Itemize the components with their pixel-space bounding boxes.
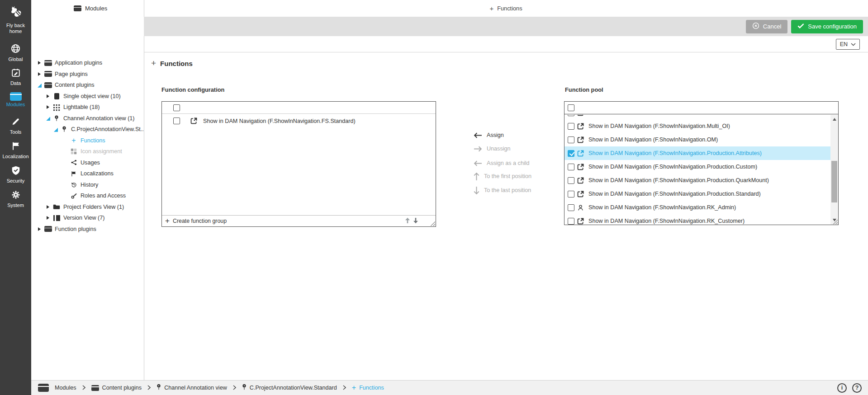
pool-list: Show in DAM Navigation (F.ShowInNavigati… — [564, 115, 830, 225]
tree-item-history[interactable]: History — [31, 179, 144, 191]
sidebar-item-fly-back-home[interactable]: Fly back home — [0, 0, 31, 42]
tree-item-label: Project Folders View (1) — [63, 204, 124, 210]
tree-item-function-plugins[interactable]: Function plugins — [31, 224, 144, 235]
to-last-position-button[interactable]: To the last position — [474, 186, 531, 195]
pool-list-item[interactable]: Show in DAM Navigation (F.ShowInNavigati… — [564, 201, 830, 214]
sidebar-item-label: Global — [9, 56, 23, 62]
app-window: Fly back home Global Data Modules Tools — [0, 0, 868, 395]
tree-item-label: Localizations — [81, 170, 114, 177]
scrollbar[interactable] — [830, 115, 838, 225]
toolbar-divider — [31, 52, 868, 52]
breadcrumb-item-channel-annotation-view[interactable]: Channel Annotation view — [157, 384, 227, 392]
breadcrumb-item-project-annotation-view[interactable]: C.ProjectAnnotationView.Standard — [242, 384, 337, 392]
tree-item-label: Function plugins — [55, 226, 96, 232]
chevron-right-icon[interactable] — [37, 61, 42, 66]
chevron-right-icon[interactable] — [46, 105, 51, 110]
check-icon — [797, 23, 804, 30]
scrollbar-thumb[interactable] — [831, 161, 837, 202]
chevron-right-icon[interactable] — [46, 216, 51, 221]
pool-list-item[interactable]: Show in DAM Navigation (F.ShowInNavigati… — [564, 119, 830, 133]
export-icon — [577, 150, 584, 157]
tree-item-application-plugins[interactable]: Application plugins — [31, 57, 144, 69]
tree-item-version-view[interactable]: Version View (7) — [31, 212, 144, 224]
tree-item-lighttable[interactable]: Lighttable (18) — [31, 102, 144, 113]
sidebar-item-label: Security — [7, 178, 25, 184]
breadcrumb-item-content-plugins[interactable]: Content plugins — [91, 385, 142, 391]
sidebar-item-modules[interactable]: Modules — [0, 90, 31, 115]
arrow-down-icon — [474, 186, 479, 195]
row-checkbox[interactable] — [568, 136, 574, 143]
help-icon[interactable]: ? — [852, 383, 862, 393]
chevron-expanded-icon[interactable] — [53, 127, 58, 132]
pool-list-item[interactable]: Show in DAM Navigation (F.ShowInNavigati… — [564, 133, 830, 146]
tree-item-content-plugins[interactable]: Content plugins — [31, 80, 144, 91]
sidebar-item-global[interactable]: Global — [0, 42, 31, 66]
tree-item-page-plugins[interactable]: Page plugins — [31, 69, 144, 80]
row-checkbox[interactable] — [568, 204, 574, 211]
tree-item-channel-annotation-view[interactable]: Channel Annotation view (1) — [31, 113, 144, 124]
sidebar-item-security[interactable]: Security — [0, 164, 31, 188]
tree-item-icon-assignment[interactable]: Icon assignment — [31, 146, 144, 157]
sidebar-item-data[interactable]: Data — [0, 66, 31, 90]
assign-as-child-button[interactable]: Assign as a child — [474, 159, 530, 168]
tree-item-roles-and-access[interactable]: Roles and Access — [31, 190, 144, 202]
plus-icon: + — [489, 5, 493, 12]
pool-list-item[interactable]: Show in DAM Navigation (F.ShowInNavigati… — [564, 214, 830, 225]
assign-button[interactable]: Assign — [474, 131, 504, 140]
save-configuration-button[interactable]: Save configuration — [791, 20, 863, 33]
tree-item-single-object-view[interactable]: Single object view (10) — [31, 91, 144, 102]
key-icon — [70, 193, 78, 199]
row-checkbox[interactable] — [568, 218, 574, 225]
row-checkbox[interactable] — [173, 118, 180, 124]
chevron-right-icon[interactable] — [46, 94, 51, 99]
sidebar-item-localization[interactable]: Localization — [0, 139, 31, 164]
sidebar-item-tools[interactable]: Tools — [0, 115, 31, 139]
action-toolbar: Cancel Save configuration — [144, 17, 868, 36]
row-checkbox[interactable] — [568, 164, 574, 170]
tree-item-label: Page plugins — [55, 71, 88, 77]
pool-list-item-selected[interactable]: Show in DAM Navigation (F.ShowInNavigati… — [564, 146, 830, 160]
breadcrumb-item-functions[interactable]: + Functions — [352, 384, 384, 391]
sidebar-item-system[interactable]: System — [0, 188, 31, 212]
function-name: Show in DAM Navigation (F.ShowInNavigati… — [588, 123, 730, 129]
pool-list-item[interactable]: Show in DAM Navigation (F.ShowInNavigati… — [564, 174, 830, 187]
pool-list-item[interactable]: Show in DAM Navigation (F.ShowInNavigati… — [564, 187, 830, 201]
row-checkbox[interactable] — [568, 177, 574, 184]
tree-item-project-annotation-view[interactable]: C.ProjectAnnotationView.St... — [31, 124, 144, 135]
action-label: Assign as a child — [487, 160, 530, 166]
gear-icon — [11, 190, 21, 202]
tree-item-localizations[interactable]: Localizations — [31, 168, 144, 179]
scroll-up-icon[interactable] — [830, 116, 838, 123]
row-checkbox[interactable] — [568, 123, 574, 130]
single-object-icon — [52, 93, 61, 99]
sidebar-item-label: System — [7, 202, 24, 208]
chevron-right-icon[interactable] — [37, 71, 42, 76]
chevron-right-icon[interactable] — [37, 226, 42, 231]
breadcrumb-item-modules[interactable]: Modules — [55, 385, 76, 391]
chevron-expanded-icon[interactable] — [37, 83, 42, 88]
language-selector[interactable]: EN — [836, 39, 860, 50]
to-first-position-button[interactable]: To the first position — [474, 172, 531, 181]
sidebar-item-label: Tools — [10, 129, 22, 135]
move-up-icon[interactable] — [405, 217, 410, 225]
cancel-button[interactable]: Cancel — [746, 20, 787, 33]
row-checkbox[interactable] — [568, 191, 574, 198]
create-function-group-button[interactable]: Create function group — [173, 218, 227, 224]
tree-item-project-folders-view[interactable]: Project Folders View (1) — [31, 202, 144, 213]
chevron-expanded-icon[interactable] — [46, 116, 51, 121]
info-icon[interactable]: i — [837, 383, 847, 393]
pool-list-item[interactable]: Show in DAM Navigation (F.ShowInNavigati… — [564, 160, 830, 174]
config-list-item[interactable]: Show in DAM Navigation (F.ShowInNavigati… — [162, 114, 436, 128]
module-icon — [44, 226, 52, 232]
select-all-checkbox[interactable] — [173, 104, 180, 111]
bee-logo-icon — [9, 5, 23, 21]
shield-check-icon — [11, 165, 21, 177]
unassign-button[interactable]: Unassign — [474, 144, 511, 153]
sidebar-item-label: Localization — [2, 154, 28, 160]
row-checkbox-checked[interactable] — [568, 150, 574, 157]
tree-item-usages[interactable]: Usages — [31, 157, 144, 169]
select-all-checkbox[interactable] — [568, 104, 574, 111]
tree-item-functions[interactable]: + Functions — [31, 135, 144, 146]
chevron-right-icon[interactable] — [46, 204, 51, 209]
move-down-icon[interactable] — [413, 217, 418, 225]
